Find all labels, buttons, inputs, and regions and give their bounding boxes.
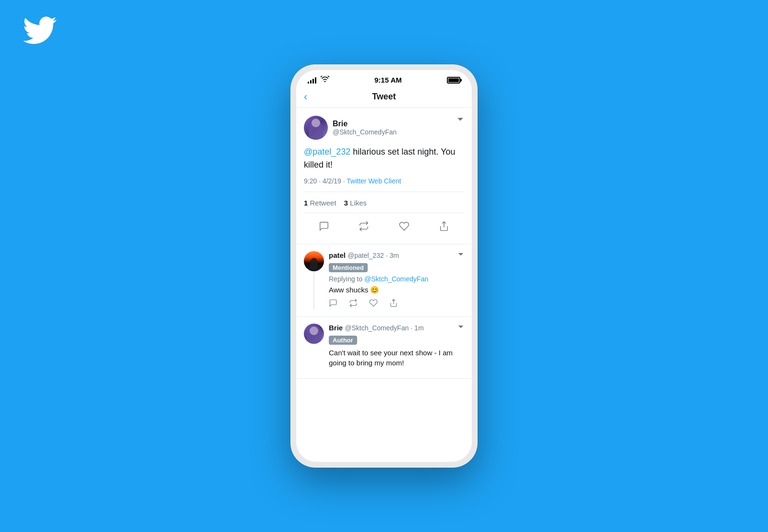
reply-more-options-1[interactable] — [457, 251, 464, 260]
status-time: 9:15 AM — [374, 76, 402, 84]
reply-time-2: · — [410, 324, 412, 332]
reply-user-row-2: Brie @Sktch_ComedyFan · 1m — [329, 324, 457, 332]
replying-mention-1[interactable]: @Sktch_ComedyFan — [364, 275, 428, 283]
author-badge: Author — [329, 336, 357, 345]
reply-button[interactable] — [315, 219, 333, 236]
mentioned-badge: Mentioned — [329, 263, 368, 272]
nav-bar: ‹ Tweet — [296, 87, 472, 108]
tweet-actions — [304, 215, 464, 236]
reply-header-1: patel @patel_232 · 3m Mentioned Replying… — [304, 251, 464, 310]
reply-time-ago-2: 1m — [414, 324, 423, 332]
tweet-timestamp: 9:20 · 4/2/19 · — [304, 177, 347, 185]
reply-tweet-2: Brie @Sktch_ComedyFan · 1m Author Can't … — [296, 317, 472, 379]
reply-text-2: Can't wait to see your next show - I am … — [329, 348, 457, 368]
reply-reply-btn-1[interactable] — [329, 299, 337, 310]
reply-author-handle-1: @patel_232 — [348, 252, 384, 259]
tweet-meta: 9:20 · 4/2/19 · Twitter Web Client — [304, 177, 464, 192]
brie-avatar-2 — [304, 324, 324, 344]
tweet-client[interactable]: Twitter Web Client — [347, 177, 401, 185]
retweet-label: Retweet — [310, 199, 336, 207]
reply-time-1: · — [386, 252, 388, 259]
reply-author-name-1: patel — [329, 251, 346, 259]
nav-title: Tweet — [372, 92, 396, 102]
tweet-header: Brie @Sktch_ComedyFan — [304, 116, 464, 140]
share-button[interactable] — [435, 219, 453, 236]
status-bar: 9:15 AM — [296, 70, 472, 87]
reply-time-ago-1: 3m — [390, 252, 399, 259]
reply-header-2: Brie @Sktch_ComedyFan · 1m Author Can't … — [304, 324, 464, 372]
tweet-stats: 1 Retweet 3 Likes — [304, 199, 464, 213]
reply-text-1: Aww shucks 😊 — [329, 285, 457, 295]
signal-icon — [308, 77, 316, 84]
reply-body-1: patel @patel_232 · 3m Mentioned Replying… — [329, 251, 457, 310]
tweet-content: @patel_232 hilarious set last night. You… — [304, 145, 464, 171]
phone-screen: 9:15 AM ‹ Tweet Brie — [296, 70, 472, 462]
tweet-more-options[interactable] — [456, 116, 464, 125]
wifi-icon — [321, 76, 329, 84]
reply-actions-1 — [329, 299, 457, 310]
retweet-stat: 1 Retweet — [304, 199, 336, 207]
tweet-mention[interactable]: @patel_232 — [304, 147, 350, 157]
reply-tweet-1: patel @patel_232 · 3m Mentioned Replying… — [296, 244, 472, 317]
retweet-button[interactable] — [355, 219, 373, 236]
reply-author-handle-2: @Sktch_ComedyFan — [345, 324, 408, 332]
tweet-user-info: Brie @Sktch_ComedyFan — [304, 116, 396, 140]
content-area: Brie @Sktch_ComedyFan @patel_232 hilario… — [296, 108, 472, 462]
tweet-author-name: Brie — [333, 120, 396, 128]
reply-body-2: Brie @Sktch_ComedyFan · 1m Author Can't … — [329, 324, 457, 372]
main-tweet: Brie @Sktch_ComedyFan @patel_232 hilario… — [296, 108, 472, 244]
tweet-author-handle: @Sktch_ComedyFan — [333, 128, 396, 136]
reply-avatar-col-2 — [304, 324, 324, 372]
thread-line-1 — [313, 273, 314, 310]
twitter-logo-background — [23, 13, 57, 41]
reply-share-btn-1[interactable] — [389, 299, 398, 310]
reply-left-1: patel @patel_232 · 3m Mentioned Replying… — [304, 251, 457, 310]
patel-avatar — [304, 251, 324, 271]
replying-to-1: Replying to @Sktch_ComedyFan — [329, 275, 457, 283]
tweet-author-details: Brie @Sktch_ComedyFan — [333, 120, 396, 136]
replying-label-1: Replying to — [329, 275, 364, 283]
back-button[interactable]: ‹ — [304, 91, 307, 103]
battery-icon — [447, 77, 460, 84]
reply-more-options-2[interactable] — [457, 324, 464, 332]
retweet-count: 1 — [304, 199, 308, 207]
reply-author-name-2: Brie — [329, 324, 343, 332]
like-label: Likes — [350, 199, 367, 207]
status-left — [308, 76, 329, 84]
reply-left-2: Brie @Sktch_ComedyFan · 1m Author Can't … — [304, 324, 457, 372]
phone-frame: 9:15 AM ‹ Tweet Brie — [290, 64, 478, 468]
like-button[interactable] — [395, 219, 413, 236]
phone-mockup: 9:15 AM ‹ Tweet Brie — [290, 64, 478, 468]
reply-avatar-col-1 — [304, 251, 324, 310]
brie-avatar — [304, 116, 328, 140]
reply-retweet-btn-1[interactable] — [349, 299, 358, 310]
reply-like-btn-1[interactable] — [369, 299, 378, 310]
like-stat: 3 Likes — [344, 199, 367, 207]
reply-user-row-1: patel @patel_232 · 3m — [329, 251, 457, 259]
like-count: 3 — [344, 199, 348, 207]
